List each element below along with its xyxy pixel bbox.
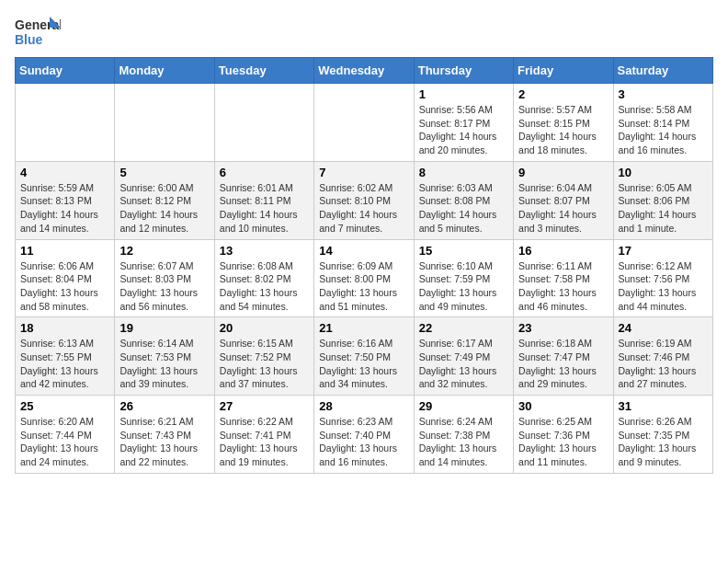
day-info: Sunrise: 6:22 AM Sunset: 7:41 PM Dayligh… (220, 415, 309, 469)
calendar-cell: 27Sunrise: 6:22 AM Sunset: 7:41 PM Dayli… (214, 396, 313, 474)
calendar-header-row: SundayMondayTuesdayWednesdayThursdayFrid… (16, 58, 713, 84)
day-number: 31 (619, 399, 708, 413)
day-info: Sunrise: 6:04 AM Sunset: 8:07 PM Dayligh… (518, 181, 608, 236)
header-friday: Friday (514, 58, 613, 84)
day-number: 7 (319, 166, 408, 179)
calendar-cell: 21Sunrise: 6:16 AM Sunset: 7:50 PM Dayli… (314, 317, 414, 396)
calendar-cell: 28Sunrise: 6:23 AM Sunset: 7:40 PM Dayli… (314, 396, 414, 474)
day-info: Sunrise: 5:59 AM Sunset: 8:13 PM Dayligh… (20, 181, 109, 236)
header-wednesday: Wednesday (314, 58, 414, 84)
day-info: Sunrise: 6:15 AM Sunset: 7:52 PM Dayligh… (220, 337, 309, 391)
logo: GeneralBlue (15, 15, 61, 48)
day-number: 27 (220, 399, 309, 413)
header-sunday: Sunday (16, 58, 115, 84)
day-info: Sunrise: 6:07 AM Sunset: 8:03 PM Dayligh… (119, 259, 209, 314)
calendar-cell (314, 84, 414, 162)
calendar-cell (115, 84, 214, 162)
day-info: Sunrise: 6:14 AM Sunset: 7:53 PM Dayligh… (119, 337, 209, 391)
calendar-cell: 13Sunrise: 6:08 AM Sunset: 8:02 PM Dayli… (214, 239, 313, 317)
day-number: 25 (20, 399, 109, 413)
calendar-cell: 8Sunrise: 6:03 AM Sunset: 8:08 PM Daylig… (414, 161, 513, 239)
calendar-cell (16, 84, 115, 162)
day-number: 23 (518, 321, 608, 335)
calendar-cell: 31Sunrise: 6:26 AM Sunset: 7:35 PM Dayli… (613, 396, 712, 474)
day-number: 16 (518, 244, 608, 258)
header-thursday: Thursday (414, 58, 513, 84)
day-number: 2 (518, 87, 608, 101)
calendar-cell: 22Sunrise: 6:17 AM Sunset: 7:49 PM Dayli… (414, 317, 513, 396)
day-number: 11 (20, 244, 109, 258)
day-number: 5 (119, 166, 209, 179)
day-number: 26 (119, 399, 209, 413)
calendar-cell: 7Sunrise: 6:02 AM Sunset: 8:10 PM Daylig… (314, 161, 414, 239)
calendar-cell: 14Sunrise: 6:09 AM Sunset: 8:00 PM Dayli… (314, 239, 414, 317)
calendar-cell: 5Sunrise: 6:00 AM Sunset: 8:12 PM Daylig… (115, 161, 214, 239)
day-number: 14 (319, 244, 408, 258)
calendar-cell: 26Sunrise: 6:21 AM Sunset: 7:43 PM Dayli… (115, 396, 214, 474)
calendar-cell: 24Sunrise: 6:19 AM Sunset: 7:46 PM Dayli… (613, 317, 712, 396)
svg-text:Blue: Blue (15, 32, 43, 47)
day-number: 3 (619, 87, 708, 101)
calendar-cell: 17Sunrise: 6:12 AM Sunset: 7:56 PM Dayli… (613, 239, 712, 317)
calendar-week-4: 18Sunrise: 6:13 AM Sunset: 7:55 PM Dayli… (16, 317, 713, 396)
day-info: Sunrise: 6:12 AM Sunset: 7:56 PM Dayligh… (619, 259, 708, 314)
day-number: 24 (619, 321, 708, 335)
calendar-cell: 25Sunrise: 6:20 AM Sunset: 7:44 PM Dayli… (16, 396, 115, 474)
day-number: 17 (619, 244, 708, 258)
day-info: Sunrise: 6:23 AM Sunset: 7:40 PM Dayligh… (319, 415, 408, 469)
day-info: Sunrise: 6:11 AM Sunset: 7:58 PM Dayligh… (518, 259, 608, 314)
calendar-week-3: 11Sunrise: 6:06 AM Sunset: 8:04 PM Dayli… (16, 239, 713, 317)
day-info: Sunrise: 6:08 AM Sunset: 8:02 PM Dayligh… (220, 259, 309, 314)
day-number: 6 (220, 166, 309, 179)
day-number: 29 (419, 399, 508, 413)
calendar-cell: 1Sunrise: 5:56 AM Sunset: 8:17 PM Daylig… (414, 84, 513, 162)
day-info: Sunrise: 6:06 AM Sunset: 8:04 PM Dayligh… (20, 259, 109, 314)
day-info: Sunrise: 6:21 AM Sunset: 7:43 PM Dayligh… (119, 415, 209, 469)
calendar-week-5: 25Sunrise: 6:20 AM Sunset: 7:44 PM Dayli… (16, 396, 713, 474)
day-info: Sunrise: 6:02 AM Sunset: 8:10 PM Dayligh… (319, 181, 408, 236)
day-number: 18 (20, 321, 109, 335)
day-info: Sunrise: 6:09 AM Sunset: 8:00 PM Dayligh… (319, 259, 408, 314)
header-monday: Monday (115, 58, 214, 84)
day-info: Sunrise: 6:25 AM Sunset: 7:36 PM Dayligh… (518, 415, 608, 469)
day-info: Sunrise: 6:17 AM Sunset: 7:49 PM Dayligh… (419, 337, 508, 391)
day-info: Sunrise: 6:26 AM Sunset: 7:35 PM Dayligh… (619, 415, 708, 469)
calendar-cell (214, 84, 313, 162)
header-saturday: Saturday (613, 58, 712, 84)
calendar-cell: 19Sunrise: 6:14 AM Sunset: 7:53 PM Dayli… (115, 317, 214, 396)
calendar-cell: 12Sunrise: 6:07 AM Sunset: 8:03 PM Dayli… (115, 239, 214, 317)
calendar-cell: 4Sunrise: 5:59 AM Sunset: 8:13 PM Daylig… (16, 161, 115, 239)
calendar-cell: 10Sunrise: 6:05 AM Sunset: 8:06 PM Dayli… (613, 161, 712, 239)
day-info: Sunrise: 6:18 AM Sunset: 7:47 PM Dayligh… (518, 337, 608, 391)
day-info: Sunrise: 6:05 AM Sunset: 8:06 PM Dayligh… (619, 181, 708, 236)
day-info: Sunrise: 6:20 AM Sunset: 7:44 PM Dayligh… (20, 415, 109, 469)
day-info: Sunrise: 6:19 AM Sunset: 7:46 PM Dayligh… (619, 337, 708, 391)
calendar-cell: 18Sunrise: 6:13 AM Sunset: 7:55 PM Dayli… (16, 317, 115, 396)
calendar-cell: 16Sunrise: 6:11 AM Sunset: 7:58 PM Dayli… (514, 239, 613, 317)
day-info: Sunrise: 5:56 AM Sunset: 8:17 PM Dayligh… (419, 103, 508, 157)
day-number: 15 (419, 244, 508, 258)
day-number: 30 (518, 399, 608, 413)
day-number: 28 (319, 399, 408, 413)
day-info: Sunrise: 6:01 AM Sunset: 8:11 PM Dayligh… (220, 181, 309, 236)
calendar-table: SundayMondayTuesdayWednesdayThursdayFrid… (15, 57, 713, 474)
day-info: Sunrise: 6:03 AM Sunset: 8:08 PM Dayligh… (419, 181, 508, 236)
calendar-week-2: 4Sunrise: 5:59 AM Sunset: 8:13 PM Daylig… (16, 161, 713, 239)
day-number: 21 (319, 321, 408, 335)
day-info: Sunrise: 6:00 AM Sunset: 8:12 PM Dayligh… (119, 181, 209, 236)
header-tuesday: Tuesday (214, 58, 313, 84)
calendar-cell: 29Sunrise: 6:24 AM Sunset: 7:38 PM Dayli… (414, 396, 513, 474)
day-number: 12 (119, 244, 209, 258)
day-number: 4 (20, 166, 109, 179)
day-info: Sunrise: 5:57 AM Sunset: 8:15 PM Dayligh… (518, 103, 608, 157)
day-number: 22 (419, 321, 508, 335)
day-number: 20 (220, 321, 309, 335)
calendar-cell: 30Sunrise: 6:25 AM Sunset: 7:36 PM Dayli… (514, 396, 613, 474)
day-info: Sunrise: 6:10 AM Sunset: 7:59 PM Dayligh… (419, 259, 508, 314)
calendar-cell: 6Sunrise: 6:01 AM Sunset: 8:11 PM Daylig… (214, 161, 313, 239)
day-number: 13 (220, 244, 309, 258)
day-number: 1 (419, 87, 508, 101)
day-number: 8 (419, 166, 508, 179)
calendar-cell: 2Sunrise: 5:57 AM Sunset: 8:15 PM Daylig… (514, 84, 613, 162)
calendar-cell: 3Sunrise: 5:58 AM Sunset: 8:14 PM Daylig… (613, 84, 712, 162)
